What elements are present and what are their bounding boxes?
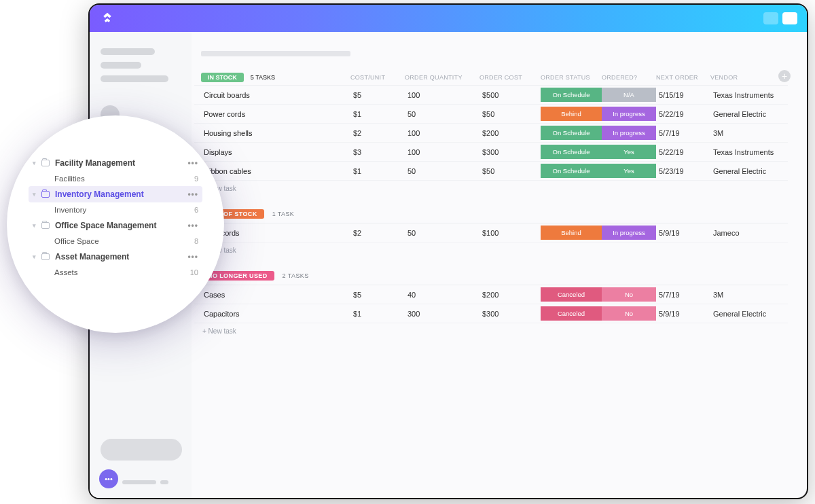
cell-order-qty: 100 (405, 88, 479, 103)
cell-cost-unit: $5 (350, 287, 405, 302)
list-label: Inventory (54, 206, 86, 214)
cell-order-cost: $200 (479, 287, 541, 302)
sidebar-folder[interactable]: ▾Asset Management••• (29, 249, 202, 265)
sidebar-list[interactable]: Office Space8 (29, 234, 202, 249)
header-button-2[interactable] (782, 12, 797, 24)
task-group: IN STOCK5 TASKSCOST/UNITORDER QUANTITYOR… (194, 73, 788, 192)
table-row[interactable]: Power cords$150$50BehindIn progress5/22/… (194, 105, 788, 124)
sidebar-list[interactable]: Inventory6 (29, 202, 202, 217)
sidebar-folder[interactable]: ▾Inventory Management••• (29, 186, 202, 202)
cell-next-order: 5/22/19 (656, 145, 710, 160)
cell-ordered: No (602, 287, 656, 302)
cell-next-order: 5/9/19 (656, 306, 710, 321)
folder-menu-icon[interactable]: ••• (187, 252, 198, 262)
cell-ordered: N/A (602, 88, 656, 103)
cell-order-qty: 40 (405, 287, 479, 302)
cell-ordered: In progress (602, 226, 656, 240)
cell-cost-unit: $2 (350, 126, 405, 141)
add-column-icon[interactable]: + (778, 70, 791, 82)
column-header[interactable]: ORDER STATUS (541, 74, 602, 81)
main-panel: + IN STOCK5 TASKSCOST/UNITORDER QUANTITY… (192, 32, 807, 498)
group-header-row: IN STOCK5 TASKSCOST/UNITORDER QUANTITYOR… (194, 73, 788, 86)
table-row[interactable]: Housing shells$2100$200On ScheduleIn pro… (194, 124, 788, 143)
cell-name: Ribbon cables (201, 164, 350, 179)
table-row[interactable]: Displays$3100$300On ScheduleYes5/22/19Te… (194, 143, 788, 162)
cell-order-qty: 50 (405, 226, 479, 240)
cell-name: Housing shells (201, 126, 350, 141)
column-header[interactable]: ORDERED? (602, 74, 656, 81)
cell-order-qty: 50 (405, 164, 479, 179)
folder-menu-icon[interactable]: ••• (187, 190, 198, 199)
new-task-button[interactable]: + New task (194, 323, 788, 335)
folder-menu-icon[interactable]: ••• (187, 221, 198, 230)
chevron-down-icon[interactable]: ▾ (33, 160, 36, 166)
sidebar-skeleton (101, 75, 168, 82)
cell-order-qty: 300 (405, 306, 479, 321)
chevron-down-icon[interactable]: ▾ (33, 253, 36, 260)
cell-next-order: 5/7/19 (656, 126, 710, 141)
sidebar-list[interactable]: Facilities9 (29, 171, 202, 186)
sidebar-search-skeleton (101, 439, 182, 461)
cell-order-cost: $300 (479, 145, 541, 160)
cell-order-qty: 100 (405, 126, 479, 141)
cell-name: Capacitors (201, 306, 350, 321)
cell-name: Power cords (201, 107, 350, 122)
cell-order-status: On Schedule (541, 164, 602, 179)
list-count: 9 (194, 175, 198, 183)
table-row[interactable]: Capacitors$1300$300CanceledNo5/9/19Gener… (194, 304, 788, 323)
sidebar-folder[interactable]: ▾Office Space Management••• (29, 217, 202, 234)
cell-order-cost: $300 (479, 306, 541, 321)
group-header[interactable]: NO LONGER USED2 TASKS (194, 269, 788, 285)
cell-name: Circuit boards (201, 88, 350, 103)
table-row[interactable]: Ribbon cables$150$50On ScheduleYes5/23/1… (194, 162, 788, 181)
task-group: OUT OF STOCK1 TASKUSB cords$250$100Behin… (194, 207, 788, 254)
cell-vendor: Texas Instruments (710, 145, 788, 160)
cell-order-qty: 100 (405, 145, 479, 160)
cell-name: Cases (201, 287, 350, 302)
cell-next-order: 5/22/19 (656, 107, 710, 122)
cell-cost-unit: $1 (350, 164, 405, 179)
table-row[interactable]: Circuit boards$5100$500On ScheduleN/A5/1… (194, 86, 788, 105)
header-button-1[interactable] (763, 12, 778, 24)
app-logo-icon[interactable] (99, 10, 115, 26)
column-header[interactable]: COST/UNIT (350, 74, 405, 81)
cell-vendor: General Electric (710, 306, 788, 321)
cell-vendor: General Electric (710, 107, 788, 122)
column-header[interactable]: VENDOR (710, 74, 788, 81)
cell-order-status: On Schedule (541, 126, 602, 141)
chevron-down-icon[interactable]: ▾ (33, 222, 36, 229)
cell-order-cost: $50 (479, 164, 541, 179)
list-count: 8 (194, 237, 198, 245)
cell-ordered: No (602, 306, 656, 321)
column-header[interactable]: NEXT ORDER (656, 74, 710, 81)
cell-order-cost: $200 (479, 126, 541, 141)
table-row[interactable]: Cases$540$200CanceledNo5/7/193M (194, 285, 788, 304)
new-task-button[interactable]: + New task (194, 242, 788, 254)
folder-menu-icon[interactable]: ••• (187, 158, 198, 168)
chevron-down-icon[interactable]: ▾ (33, 191, 36, 198)
chat-icon[interactable]: ••• (99, 469, 118, 488)
cell-vendor: Jameco (710, 226, 788, 240)
column-header[interactable]: ORDER QUANTITY (405, 74, 479, 81)
column-header[interactable]: ORDER COST (479, 74, 541, 81)
cell-next-order: 5/15/19 (656, 88, 710, 103)
new-task-button[interactable]: + New task (194, 181, 788, 192)
group-header[interactable]: OUT OF STOCK1 TASK (194, 207, 788, 223)
group-status-badge: IN STOCK (201, 73, 244, 82)
cell-order-status: Canceled (541, 287, 602, 302)
cell-name: Displays (201, 145, 350, 160)
sidebar-skeleton (101, 62, 141, 69)
sidebar-folder[interactable]: ▾Facility Management••• (29, 155, 202, 171)
sidebar-list[interactable]: Assets10 (29, 265, 202, 280)
cell-order-status: Behind (541, 107, 602, 122)
folder-label: Inventory Management (55, 190, 144, 199)
table-row[interactable]: USB cords$250$100BehindIn progress5/9/19… (194, 223, 788, 242)
cell-cost-unit: $2 (350, 226, 405, 240)
cell-vendor: 3M (710, 287, 788, 302)
group-task-count: 5 TASKS (251, 74, 275, 81)
cell-ordered: In progress (602, 126, 656, 141)
group-task-count: 2 TASKS (283, 272, 309, 279)
cell-order-cost: $50 (479, 107, 541, 122)
list-count: 10 (190, 268, 198, 276)
view-tabs-skeleton (201, 51, 350, 56)
